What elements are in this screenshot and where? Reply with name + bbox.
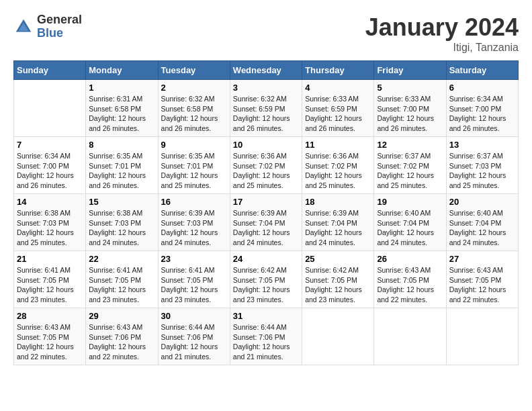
day-number: 28	[17, 311, 83, 321]
header-day-wednesday: Wednesday	[230, 61, 302, 80]
day-number: 7	[17, 140, 83, 150]
day-info: Sunrise: 6:41 AMSunset: 7:05 PMDaylight:…	[17, 265, 83, 305]
day-number: 21	[17, 254, 83, 264]
calendar-cell: 26Sunrise: 6:43 AMSunset: 7:05 PMDayligh…	[374, 251, 446, 308]
day-number: 17	[233, 197, 299, 207]
calendar-cell: 10Sunrise: 6:36 AMSunset: 7:02 PMDayligh…	[230, 137, 302, 194]
day-info: Sunrise: 6:40 AMSunset: 7:04 PMDaylight:…	[449, 208, 515, 248]
header-day-tuesday: Tuesday	[158, 61, 230, 80]
calendar-cell: 29Sunrise: 6:43 AMSunset: 7:06 PMDayligh…	[86, 308, 158, 365]
calendar-cell: 24Sunrise: 6:42 AMSunset: 7:05 PMDayligh…	[230, 251, 302, 308]
day-info: Sunrise: 6:36 AMSunset: 7:02 PMDaylight:…	[305, 151, 371, 191]
day-info: Sunrise: 6:43 AMSunset: 7:06 PMDaylight:…	[89, 322, 154, 362]
day-number: 24	[233, 254, 299, 264]
day-info: Sunrise: 6:44 AMSunset: 7:06 PMDaylight:…	[233, 322, 299, 362]
calendar-cell: 4Sunrise: 6:33 AMSunset: 6:59 PMDaylight…	[302, 80, 374, 137]
day-info: Sunrise: 6:31 AMSunset: 6:58 PMDaylight:…	[89, 94, 154, 134]
calendar-cell	[302, 308, 374, 365]
day-number: 25	[305, 254, 371, 264]
calendar-cell: 27Sunrise: 6:43 AMSunset: 7:05 PMDayligh…	[446, 251, 518, 308]
day-info: Sunrise: 6:38 AMSunset: 7:03 PMDaylight:…	[89, 208, 154, 248]
day-info: Sunrise: 6:42 AMSunset: 7:05 PMDaylight:…	[233, 265, 299, 305]
day-number: 8	[89, 140, 154, 150]
calendar-body: 1Sunrise: 6:31 AMSunset: 6:58 PMDaylight…	[14, 80, 519, 365]
logo: General Blue	[13, 13, 82, 40]
logo-blue: Blue	[37, 27, 82, 40]
title-block: January 2024 Itigi, Tanzania	[365, 13, 519, 54]
day-info: Sunrise: 6:39 AMSunset: 7:03 PMDaylight:…	[161, 208, 227, 248]
header-row: SundayMondayTuesdayWednesdayThursdayFrid…	[14, 61, 519, 80]
calendar-week-1: 7Sunrise: 6:34 AMSunset: 7:00 PMDaylight…	[14, 137, 519, 194]
calendar-cell: 1Sunrise: 6:31 AMSunset: 6:58 PMDaylight…	[86, 80, 158, 137]
day-number: 1	[89, 83, 154, 93]
calendar-cell: 19Sunrise: 6:40 AMSunset: 7:04 PMDayligh…	[374, 194, 446, 251]
day-number: 4	[305, 83, 371, 93]
day-info: Sunrise: 6:41 AMSunset: 7:05 PMDaylight:…	[89, 265, 154, 305]
day-info: Sunrise: 6:33 AMSunset: 6:59 PMDaylight:…	[305, 94, 371, 134]
day-number: 2	[161, 83, 227, 93]
day-info: Sunrise: 6:39 AMSunset: 7:04 PMDaylight:…	[233, 208, 299, 248]
calendar-week-0: 1Sunrise: 6:31 AMSunset: 6:58 PMDaylight…	[14, 80, 519, 137]
day-info: Sunrise: 6:35 AMSunset: 7:01 PMDaylight:…	[89, 151, 154, 191]
day-number: 26	[377, 254, 443, 264]
day-number: 30	[161, 311, 227, 321]
logo-text: General Blue	[37, 13, 82, 40]
day-number: 23	[161, 254, 227, 264]
day-info: Sunrise: 6:38 AMSunset: 7:03 PMDaylight:…	[17, 208, 83, 248]
day-info: Sunrise: 6:42 AMSunset: 7:05 PMDaylight:…	[305, 265, 371, 305]
calendar-cell: 9Sunrise: 6:35 AMSunset: 7:01 PMDaylight…	[158, 137, 230, 194]
day-number: 10	[233, 140, 299, 150]
header-day-friday: Friday	[374, 61, 446, 80]
day-number: 15	[89, 197, 154, 207]
calendar-cell: 11Sunrise: 6:36 AMSunset: 7:02 PMDayligh…	[302, 137, 374, 194]
calendar-cell: 21Sunrise: 6:41 AMSunset: 7:05 PMDayligh…	[14, 251, 86, 308]
day-number: 12	[377, 140, 443, 150]
day-info: Sunrise: 6:39 AMSunset: 7:04 PMDaylight:…	[305, 208, 371, 248]
day-number: 13	[449, 140, 515, 150]
day-number: 16	[161, 197, 227, 207]
day-number: 31	[233, 311, 299, 321]
calendar-week-4: 28Sunrise: 6:43 AMSunset: 7:05 PMDayligh…	[14, 308, 519, 365]
calendar-cell: 17Sunrise: 6:39 AMSunset: 7:04 PMDayligh…	[230, 194, 302, 251]
header-day-saturday: Saturday	[446, 61, 518, 80]
header-day-monday: Monday	[86, 61, 158, 80]
day-number: 11	[305, 140, 371, 150]
day-info: Sunrise: 6:44 AMSunset: 7:06 PMDaylight:…	[161, 322, 227, 362]
day-info: Sunrise: 6:41 AMSunset: 7:05 PMDaylight:…	[161, 265, 227, 305]
calendar-cell: 30Sunrise: 6:44 AMSunset: 7:06 PMDayligh…	[158, 308, 230, 365]
day-number: 27	[449, 254, 515, 264]
day-info: Sunrise: 6:32 AMSunset: 6:58 PMDaylight:…	[161, 94, 227, 134]
day-number: 6	[449, 83, 515, 93]
day-info: Sunrise: 6:43 AMSunset: 7:05 PMDaylight:…	[449, 265, 515, 305]
day-info: Sunrise: 6:37 AMSunset: 7:02 PMDaylight:…	[377, 151, 443, 191]
day-number: 29	[89, 311, 154, 321]
day-number: 18	[305, 197, 371, 207]
calendar-header: SundayMondayTuesdayWednesdayThursdayFrid…	[14, 61, 519, 80]
calendar-cell: 15Sunrise: 6:38 AMSunset: 7:03 PMDayligh…	[86, 194, 158, 251]
calendar-cell: 8Sunrise: 6:35 AMSunset: 7:01 PMDaylight…	[86, 137, 158, 194]
calendar-week-2: 14Sunrise: 6:38 AMSunset: 7:03 PMDayligh…	[14, 194, 519, 251]
calendar-cell: 31Sunrise: 6:44 AMSunset: 7:06 PMDayligh…	[230, 308, 302, 365]
day-number: 5	[377, 83, 443, 93]
calendar-cell	[374, 308, 446, 365]
calendar-cell: 6Sunrise: 6:34 AMSunset: 7:00 PMDaylight…	[446, 80, 518, 137]
header-day-sunday: Sunday	[14, 61, 86, 80]
calendar-week-3: 21Sunrise: 6:41 AMSunset: 7:05 PMDayligh…	[14, 251, 519, 308]
day-info: Sunrise: 6:43 AMSunset: 7:05 PMDaylight:…	[377, 265, 443, 305]
logo-icon	[13, 17, 34, 37]
calendar-cell: 25Sunrise: 6:42 AMSunset: 7:05 PMDayligh…	[302, 251, 374, 308]
day-info: Sunrise: 6:40 AMSunset: 7:04 PMDaylight:…	[377, 208, 443, 248]
day-number: 3	[233, 83, 299, 93]
calendar-cell: 22Sunrise: 6:41 AMSunset: 7:05 PMDayligh…	[86, 251, 158, 308]
calendar-table: SundayMondayTuesdayWednesdayThursdayFrid…	[13, 60, 519, 365]
calendar-cell: 3Sunrise: 6:32 AMSunset: 6:59 PMDaylight…	[230, 80, 302, 137]
month-title: January 2024	[365, 13, 519, 42]
calendar-cell: 5Sunrise: 6:33 AMSunset: 7:00 PMDaylight…	[374, 80, 446, 137]
calendar-cell: 13Sunrise: 6:37 AMSunset: 7:03 PMDayligh…	[446, 137, 518, 194]
day-number: 9	[161, 140, 227, 150]
calendar-cell: 20Sunrise: 6:40 AMSunset: 7:04 PMDayligh…	[446, 194, 518, 251]
day-info: Sunrise: 6:33 AMSunset: 7:00 PMDaylight:…	[377, 94, 443, 134]
day-number: 20	[449, 197, 515, 207]
day-info: Sunrise: 6:43 AMSunset: 7:05 PMDaylight:…	[17, 322, 83, 362]
day-info: Sunrise: 6:32 AMSunset: 6:59 PMDaylight:…	[233, 94, 299, 134]
